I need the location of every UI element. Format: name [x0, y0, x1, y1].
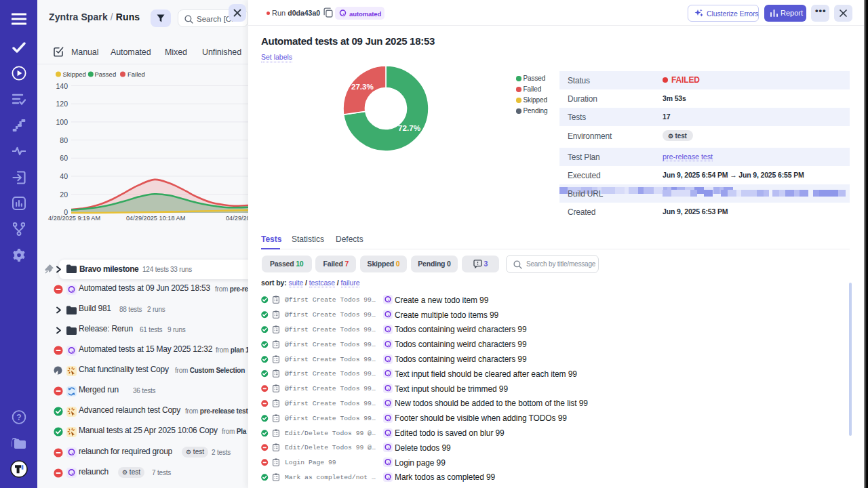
svg-text:120: 120 [56, 100, 68, 108]
svg-text:40: 40 [60, 172, 68, 180]
svg-text:20: 20 [60, 190, 68, 199]
svg-text:?: ? [16, 413, 21, 422]
svg-text:60: 60 [60, 154, 68, 162]
svg-text:04/29/2025 10: 04/29/2025 10 [226, 215, 248, 222]
svg-text:80: 80 [60, 136, 68, 144]
svg-text:140: 140 [56, 82, 68, 90]
svg-text:27.3%: 27.3% [351, 82, 374, 91]
svg-text:72.7%: 72.7% [398, 123, 421, 132]
svg-text:Passed: Passed [95, 70, 117, 78]
svg-text:100: 100 [56, 118, 68, 126]
svg-text:Failed: Failed [127, 70, 145, 78]
svg-text:04/29/2025 10:18 AM: 04/29/2025 10:18 AM [126, 215, 185, 222]
svg-text:4/28/2025 9:19 AM: 4/28/2025 9:19 AM [48, 215, 100, 222]
svg-text:Skipped: Skipped [63, 70, 86, 78]
